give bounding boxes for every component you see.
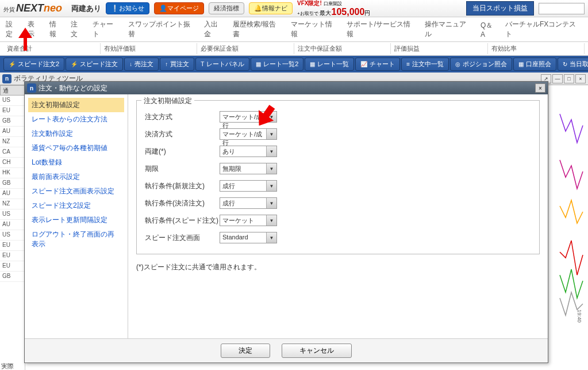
form-select-5[interactable]: 成行▼ xyxy=(220,197,277,209)
toolbar-btn-4[interactable]: Tレートパネル xyxy=(195,58,249,71)
toolbar-btn-5[interactable]: ▦レート一覧2 xyxy=(251,58,303,71)
toolbar-btn-11[interactable]: ↻当日取引履歴 xyxy=(558,58,588,71)
form-select-2[interactable]: あり▼ xyxy=(220,146,277,157)
sidebar-item-8[interactable]: 表示レート更新間隔設定 xyxy=(28,213,124,227)
form-row-6: 執行条件(スピード注文)マーケット▼ xyxy=(145,213,531,227)
currency-row[interactable]: EU xyxy=(0,261,25,272)
menu-item-6[interactable]: 入出金 xyxy=(204,20,225,39)
currency-row[interactable]: CH xyxy=(0,158,25,168)
menu-item-11[interactable]: Q＆A xyxy=(481,21,497,39)
menu-item-7[interactable]: 履歴検索/報告書 xyxy=(233,20,282,39)
toolbar-btn-6[interactable]: ▦レート一覧 xyxy=(305,58,354,71)
logo-next: NEXT xyxy=(16,2,44,14)
currency-row[interactable]: AU xyxy=(0,220,25,230)
toolbar-btn-0[interactable]: ⚡スピード注文2 xyxy=(3,58,64,71)
toolbar-icon: ⚡ xyxy=(9,61,16,67)
currency-row[interactable]: NZ xyxy=(0,199,25,209)
menu-item-3[interactable]: 注文 xyxy=(71,20,84,39)
toolbar-btn-2[interactable]: ↓売注文 xyxy=(124,58,159,71)
form-select-1[interactable]: マーケット/成行▼ xyxy=(220,128,277,140)
toolbar-btn-7[interactable]: 📈チャート xyxy=(355,58,400,71)
select-value: Standard xyxy=(220,232,266,243)
sidebar-item-7[interactable]: スピード注文2設定 xyxy=(28,199,124,213)
menu-item-2[interactable]: 情報 xyxy=(49,20,63,39)
sidebar-item-3[interactable]: 通貨ペア毎の各種初期値 xyxy=(28,141,124,155)
cancel-button[interactable]: キャンセル xyxy=(282,344,352,358)
news-button[interactable]: ❕お知らせ xyxy=(106,2,149,14)
minimize-button[interactable]: — xyxy=(552,74,563,83)
chevron-down-icon: ▼ xyxy=(266,146,276,157)
menu-item-10[interactable]: 操作マニュアル xyxy=(425,20,472,39)
sidebar-item-2[interactable]: 注文動作設定 xyxy=(28,127,124,141)
chevron-down-icon: ▼ xyxy=(266,181,276,191)
toolbar-icon: ≡ xyxy=(406,61,410,67)
menu-item-4[interactable]: チャート xyxy=(93,20,120,39)
form-label: 注文方式 xyxy=(145,112,220,122)
currency-row[interactable]: US xyxy=(0,96,25,106)
close-button[interactable]: × xyxy=(575,74,586,83)
form-label: スピード注文画面 xyxy=(145,233,220,243)
toolbar-btn-3[interactable]: ↑買注文 xyxy=(160,58,194,71)
dialog-title: 注文・動作などの設定 xyxy=(39,83,535,93)
form-select-0[interactable]: マーケット/成行▼ xyxy=(220,111,277,123)
sidebar-item-1[interactable]: レート表からの注文方法 xyxy=(28,112,124,127)
app-header: 外貨 NEXT neo 両建あり ❕お知らせ 👤マイページ 経済指標 🔔情報ナビ… xyxy=(0,0,588,17)
toolbar-btn-10[interactable]: ▦口座照会 xyxy=(513,58,556,71)
dialog-close-button[interactable]: × xyxy=(535,83,545,93)
info-icon: ❕ xyxy=(111,5,119,12)
toolbar-btn-9[interactable]: ◎ポジション照会 xyxy=(450,58,512,71)
currency-row[interactable]: EU xyxy=(0,241,25,251)
currency-row[interactable]: AU xyxy=(0,127,25,137)
currency-row[interactable]: GB xyxy=(0,116,25,127)
form-select-4[interactable]: 成行▼ xyxy=(220,180,277,192)
dialog-body: 注文初期値設定レート表からの注文方法注文動作設定通貨ペア毎の各種初期値Lot数登… xyxy=(25,94,548,338)
sidebar-item-6[interactable]: スピード注文画面表示設定 xyxy=(28,184,124,199)
sidebar-item-9[interactable]: ログアウト・終了画面の再表示 xyxy=(28,227,124,251)
settings-group: 注文初期値設定 注文方式マーケット/成行▼決済方式マーケット/成行▼両建(*)あ… xyxy=(136,100,540,254)
toolbar-icon: T xyxy=(201,61,204,67)
toolbar-btn-8[interactable]: ≡注文中一覧 xyxy=(401,58,449,71)
menu-item-12[interactable]: バーチャルFXコンテスト xyxy=(505,20,582,39)
currency-row[interactable]: GB xyxy=(0,178,25,189)
dialog-titlebar: n 注文・動作などの設定 × xyxy=(25,82,548,94)
mypage-button[interactable]: 👤マイページ xyxy=(154,2,204,14)
currency-row[interactable]: GB xyxy=(0,272,25,282)
info-navi-button[interactable]: 🔔情報ナビ xyxy=(249,2,293,14)
form-select-6[interactable]: マーケット▼ xyxy=(220,215,277,226)
menu-item-5[interactable]: スワップポイント振替 xyxy=(128,20,197,39)
sidebar-item-4[interactable]: Lot数登録 xyxy=(28,155,124,170)
vfx-banner[interactable]: VFX限定! 口座開設+お取引で 最大105,000円 xyxy=(297,0,370,17)
toolbar-btn-1[interactable]: ⚡スピード注文 xyxy=(66,58,123,71)
currency-row[interactable]: EU xyxy=(0,106,25,116)
currency-row[interactable]: US xyxy=(0,230,25,241)
menu-item-9[interactable]: サポート/サービス情報 xyxy=(347,20,417,39)
form-label: 両建(*) xyxy=(145,147,220,157)
form-label: 執行条件(スピード注文) xyxy=(145,216,220,226)
currency-list: 通USEUGBAUNZCACHHKGBAUNZUSAUUSEUEUEUGB実際 xyxy=(0,85,25,370)
ok-button[interactable]: 決定 xyxy=(221,344,270,358)
menu-item-8[interactable]: マーケット情報 xyxy=(291,20,339,39)
currency-row[interactable]: CA xyxy=(0,147,25,158)
currency-row[interactable]: NZ xyxy=(0,137,25,147)
form-select-3[interactable]: 無期限▼ xyxy=(220,163,277,174)
panel-icon: n xyxy=(2,74,11,83)
group-title: 注文初期値設定 xyxy=(141,96,194,106)
keizai-button[interactable]: 経済指標 xyxy=(209,2,244,14)
maximize-button[interactable]: □ xyxy=(564,74,574,83)
settings-dialog: n 注文・動作などの設定 × 注文初期値設定レート表からの注文方法注文動作設定通… xyxy=(24,81,548,363)
currency-row[interactable]: EU xyxy=(0,251,25,261)
form-label: 期限 xyxy=(145,164,220,174)
toolbar-icon: ↑ xyxy=(165,61,168,67)
chevron-down-icon: ▼ xyxy=(266,215,276,226)
form-row-7: スピード注文画面Standard▼ xyxy=(145,231,531,245)
chevron-down-icon: ▼ xyxy=(266,163,276,174)
form-select-7[interactable]: Standard▼ xyxy=(220,232,277,243)
currency-row[interactable]: US xyxy=(0,209,25,220)
currency-row[interactable]: HK xyxy=(0,168,25,178)
chevron-down-icon: ▼ xyxy=(266,198,276,208)
sidebar-item-5[interactable]: 最前面表示設定 xyxy=(28,170,124,184)
sidebar-item-0[interactable]: 注文初期値設定 xyxy=(28,98,124,112)
menu-item-0[interactable]: 設定 xyxy=(6,20,20,39)
currency-row[interactable]: AU xyxy=(0,189,25,199)
menu-item-1[interactable]: 表示 xyxy=(28,20,41,39)
